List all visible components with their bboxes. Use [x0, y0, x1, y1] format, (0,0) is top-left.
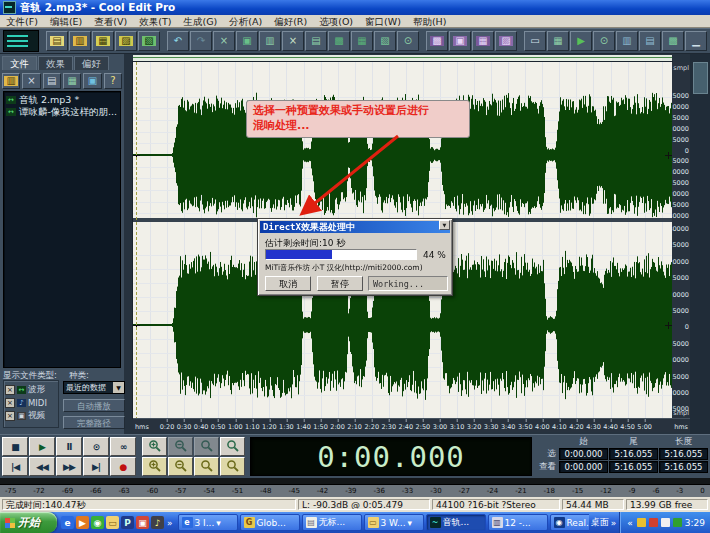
- task-folder-group[interactable]: ▭3 W...▾: [364, 514, 424, 531]
- copy-button[interactable]: ▥: [259, 31, 281, 51]
- cd-project-button[interactable]: ▨: [495, 31, 517, 51]
- spectral-view-button[interactable]: ▦: [547, 31, 569, 51]
- task-realplayer[interactable]: ◉Real...: [550, 514, 589, 531]
- fast-forward-button[interactable]: ▶▶: [56, 457, 82, 476]
- phase-analysis-button[interactable]: ▩: [662, 31, 684, 51]
- organizer-tab-favorites[interactable]: 偏好: [74, 56, 109, 70]
- menu-analyze[interactable]: 分析(A): [223, 15, 268, 28]
- go-to-start-button[interactable]: |◀: [2, 457, 28, 476]
- menu-generate[interactable]: 生成(G): [177, 15, 223, 28]
- paste-button[interactable]: ▤: [305, 31, 327, 51]
- acdsee-icon[interactable]: ▣: [136, 516, 149, 529]
- save-copy-button[interactable]: ▧: [138, 31, 160, 51]
- record-button[interactable]: ●: [110, 457, 136, 476]
- waveform-display-widget[interactable]: [3, 30, 39, 52]
- scissors-button[interactable]: ×: [213, 31, 235, 51]
- menu-window[interactable]: 窗口(W): [359, 15, 407, 28]
- auto-play-button[interactable]: 自动播放: [63, 399, 125, 412]
- rewind-button[interactable]: ◀◀: [29, 457, 55, 476]
- organizer-tab-files[interactable]: 文件: [2, 56, 37, 70]
- zoom-in-horizontal-button[interactable]: [142, 457, 167, 476]
- waveform-view-button[interactable]: ▭: [524, 31, 546, 51]
- task-glob-app[interactable]: GGlob...: [240, 514, 300, 531]
- tray-antivirus-icon[interactable]: [649, 518, 658, 527]
- mix-paste-button[interactable]: ▩: [328, 31, 350, 51]
- vertical-scrollbar[interactable]: [690, 54, 710, 434]
- task-notepad[interactable]: ▤无标...: [302, 514, 362, 531]
- open-file-button[interactable]: ▥: [69, 31, 91, 51]
- pause-button[interactable]: 暂停: [317, 276, 363, 291]
- tray-network-icon[interactable]: [673, 518, 682, 527]
- file-list-item[interactable]: ↔音轨 2.mp3 *: [6, 94, 118, 106]
- insert-multitrack-button[interactable]: ▦: [351, 31, 373, 51]
- amplitude-ruler[interactable]: smpl smpl 2500020000150001000050000-5000…: [672, 62, 690, 418]
- chevron-left-icon[interactable]: «: [626, 518, 634, 528]
- file-list-item[interactable]: ↔谭咏麟-像我这样的朋...: [6, 106, 118, 118]
- tray-lock-icon[interactable]: [637, 518, 646, 527]
- organizer-tab-effects[interactable]: 效果: [38, 56, 73, 70]
- zoom-out-horizontal-button[interactable]: [168, 457, 193, 476]
- play-button[interactable]: ▶: [29, 437, 55, 456]
- messenger-icon[interactable]: ◉: [91, 516, 104, 529]
- file-info-button[interactable]: ▤: [43, 73, 61, 89]
- chevron-down-icon[interactable]: ▼: [113, 382, 124, 393]
- menu-options[interactable]: 选项(O): [313, 15, 359, 28]
- photoshop-icon[interactable]: P: [121, 516, 134, 529]
- scan-button[interactable]: ⊙: [593, 31, 615, 51]
- new-file-button[interactable]: ▤: [46, 31, 68, 51]
- amplitude-statistics-button[interactable]: ▤: [639, 31, 661, 51]
- checkbox-icon[interactable]: ×: [5, 398, 15, 408]
- menu-help[interactable]: 帮助(H): [407, 15, 453, 28]
- insert-playlist-button[interactable]: ▧: [374, 31, 396, 51]
- cut-button[interactable]: ×: [282, 31, 304, 51]
- level-meter[interactable]: -75-72-69-66-63-60-57-54-51-48-45-42-39-…: [0, 478, 710, 497]
- dialog-title[interactable]: DirectX效果器处理中: [260, 221, 450, 233]
- loop-play-button[interactable]: ∞: [110, 437, 136, 456]
- close-file-button[interactable]: ×: [22, 73, 40, 89]
- zoom-left-edge-button[interactable]: [220, 437, 245, 456]
- menu-edit[interactable]: 编辑(E): [44, 15, 88, 28]
- script-button[interactable]: ▩: [426, 31, 448, 51]
- convert-sample-type-button[interactable]: ▣: [236, 31, 258, 51]
- checkbox-icon[interactable]: ×: [5, 411, 15, 421]
- overview-scroll-strip[interactable]: [133, 55, 672, 62]
- full-paths-button[interactable]: 完整路径: [63, 416, 125, 429]
- menu-effects[interactable]: 效果(T): [133, 15, 177, 28]
- file-list[interactable]: ↔音轨 2.mp3 *↔谭咏麟-像我这样的朋...: [3, 91, 121, 368]
- desktop-toolbar[interactable]: 桌面 »: [589, 516, 620, 529]
- multitrack-view-button[interactable]: ▦: [472, 31, 494, 51]
- sort-dropdown[interactable]: 最近的数据 ▼: [63, 381, 125, 394]
- play-view-button[interactable]: ▶: [570, 31, 592, 51]
- frequency-analysis-button[interactable]: ▥: [616, 31, 638, 51]
- zoom-out-button[interactable]: [168, 437, 193, 456]
- scrollbar-thumb[interactable]: [693, 62, 708, 94]
- menu-favorites[interactable]: 偏好(R): [268, 15, 313, 28]
- task-cool-edit[interactable]: ~音轨...: [426, 514, 486, 531]
- start-button[interactable]: 开始: [0, 512, 57, 533]
- chevron-right-icon[interactable]: »: [166, 518, 174, 528]
- winamp-icon[interactable]: ♪: [151, 516, 164, 529]
- zoom-full-button[interactable]: [194, 437, 219, 456]
- zoom-in-button[interactable]: [142, 437, 167, 456]
- pause-button[interactable]: Ⅱ: [56, 437, 82, 456]
- preferences-button[interactable]: ▣: [449, 31, 471, 51]
- open-file-button[interactable]: ▥: [2, 73, 20, 89]
- folder-icon[interactable]: ▭: [106, 516, 119, 529]
- go-to-end-button[interactable]: ▶|: [83, 457, 109, 476]
- dialog-collapse-icon[interactable]: ▼: [439, 220, 450, 230]
- ie-icon[interactable]: e: [61, 516, 74, 529]
- time-ruler[interactable]: hms hms 0:200:300:400:501:001:101:201:30…: [133, 418, 690, 432]
- chevron-right-icon[interactable]: »: [610, 518, 618, 528]
- help-button[interactable]: ?: [104, 73, 122, 89]
- find-beats-button[interactable]: ⊙: [397, 31, 419, 51]
- zoom-selection-button[interactable]: [194, 457, 219, 476]
- undo-button[interactable]: ↶: [167, 31, 189, 51]
- task-ie-group[interactable]: e3 I...▾: [178, 514, 238, 531]
- play-to-end-button[interactable]: ⊙: [83, 437, 109, 456]
- minimize-button[interactable]: ▁: [685, 31, 707, 51]
- media-import-button[interactable]: ▣: [83, 73, 101, 89]
- media-player-icon[interactable]: ▶: [76, 516, 89, 529]
- save-file-button[interactable]: ▦: [92, 31, 114, 51]
- menu-file[interactable]: 文件(F): [0, 15, 44, 28]
- save-as-button[interactable]: ▨: [115, 31, 137, 51]
